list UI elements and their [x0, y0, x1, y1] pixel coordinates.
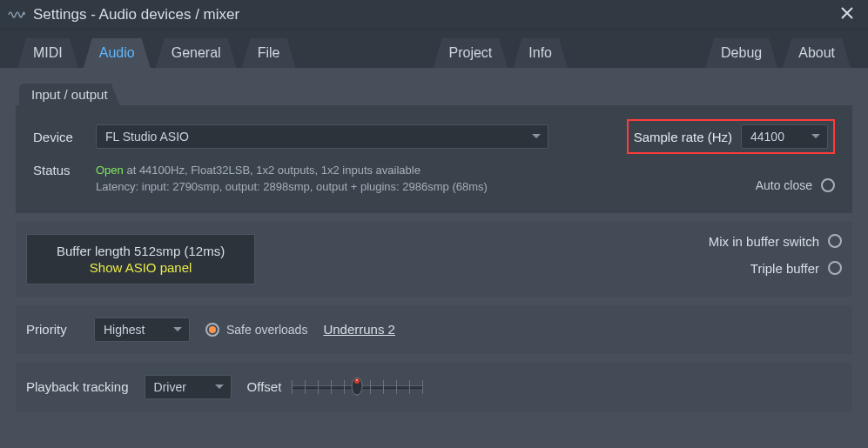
safe-overloads-label: Safe overloads [226, 323, 307, 337]
priority-value: Highest [104, 323, 145, 337]
status-line1-rest: at 44100Hz, Float32LSB, 1x2 outputs, 1x2… [124, 164, 421, 177]
buffer-right-options: Mix in buffer switch Triple buffer [709, 234, 842, 276]
tab-about[interactable]: About [783, 38, 851, 68]
sample-rate-label: Sample rate (Hz) [634, 130, 732, 144]
sample-rate-dropdown[interactable]: 44100 [741, 124, 828, 149]
chevron-down-icon [532, 134, 541, 139]
tab-audio[interactable]: Audio [84, 38, 151, 68]
tab-label: Info [528, 45, 552, 61]
underruns-link[interactable]: Underruns 2 [323, 322, 395, 337]
offset-slider[interactable] [292, 378, 422, 396]
chevron-down-icon [215, 384, 224, 390]
playback-tracking-value: Driver [154, 380, 186, 394]
status-line2: Latency: input: 2790smp, output: 2898smp… [96, 179, 488, 196]
content-area: Input / output Device FL Studio ASIO Sam… [0, 68, 868, 448]
section-header-io: Input / output [19, 84, 120, 105]
offset-label: Offset [247, 379, 282, 394]
buffer-length-text: Buffer length 512smp (12ms) [57, 244, 225, 258]
close-button[interactable] [833, 4, 861, 24]
tab-midi[interactable]: MIDI [17, 38, 78, 68]
triple-buffer-toggle[interactable] [828, 261, 842, 275]
priority-panel: Priority Highest Safe overloads Underrun… [16, 305, 852, 354]
tab-project[interactable]: Project [433, 38, 508, 68]
playback-tracking-label: Playback tracking [26, 379, 129, 394]
tab-label: Audio [99, 45, 135, 61]
buffer-box: Buffer length 512smp (12ms) Show ASIO pa… [26, 234, 255, 284]
status-open-word: Open [96, 164, 124, 177]
tab-general[interactable]: General [156, 38, 237, 68]
auto-close-label: Auto close [756, 178, 812, 192]
mix-in-buffer-toggle[interactable] [828, 234, 842, 248]
device-dropdown[interactable]: FL Studio ASIO [96, 124, 548, 149]
triple-buffer-label: Triple buffer [750, 261, 819, 276]
priority-dropdown[interactable]: Highest [94, 318, 190, 342]
close-icon [840, 6, 854, 20]
auto-close-toggle[interactable] [821, 178, 835, 192]
mix-in-buffer-label: Mix in buffer switch [709, 234, 819, 249]
tab-label: About [798, 45, 835, 61]
chevron-down-icon [811, 134, 820, 139]
sample-rate-highlight: Sample rate (Hz) 44100 [627, 119, 835, 154]
tab-debug[interactable]: Debug [705, 38, 777, 68]
tab-label: File [258, 45, 280, 61]
tab-label: Debug [721, 45, 762, 61]
sample-rate-value: 44100 [750, 130, 784, 144]
window-title: Settings - Audio devices / mixer [33, 6, 833, 23]
io-panel: Device FL Studio ASIO Sample rate (Hz) 4… [16, 105, 852, 213]
playback-tracking-dropdown[interactable]: Driver [145, 375, 232, 399]
tab-label: Project [448, 45, 492, 61]
tab-file[interactable]: File [242, 38, 296, 68]
tabbar: MIDI Audio General File Project Info Deb… [0, 30, 868, 68]
titlebar: Settings - Audio devices / mixer [0, 0, 868, 30]
safe-overloads-option: Safe overloads [205, 323, 307, 337]
tab-label: General [172, 45, 221, 61]
buffer-panel: Buffer length 512smp (12ms) Show ASIO pa… [16, 222, 852, 297]
safe-overloads-toggle[interactable] [205, 323, 219, 337]
slider-knob[interactable] [351, 377, 363, 396]
show-asio-panel-link[interactable]: Show ASIO panel [57, 260, 225, 275]
playback-panel: Playback tracking Driver Offset [16, 363, 852, 411]
chevron-down-icon [173, 327, 182, 332]
status-label: Status [33, 163, 85, 177]
device-label: Device [33, 130, 85, 144]
waveform-icon [7, 5, 26, 24]
offset-group: Offset [247, 378, 423, 396]
tab-label: MIDI [33, 45, 63, 61]
priority-label: Priority [26, 322, 78, 337]
auto-close-option: Auto close [756, 178, 835, 192]
device-row: Device FL Studio ASIO Sample rate (Hz) 4… [33, 119, 835, 154]
status-text: Open at 44100Hz, Float32LSB, 1x2 outputs… [96, 163, 488, 196]
section-label: Input / output [31, 87, 108, 102]
svg-point-2 [356, 379, 358, 381]
tab-info[interactable]: Info [513, 38, 568, 68]
device-value: FL Studio ASIO [105, 130, 189, 144]
status-row: Status Open at 44100Hz, Float32LSB, 1x2 … [33, 163, 835, 196]
